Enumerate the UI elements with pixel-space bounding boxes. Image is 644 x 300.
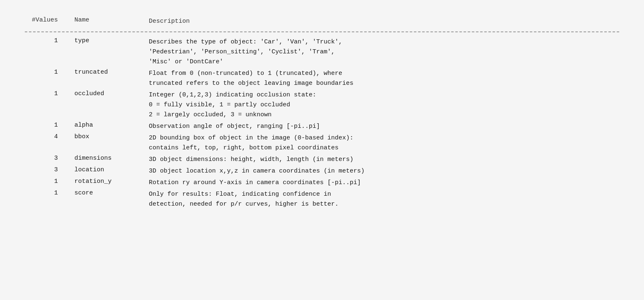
description-line: 'Pedestrian', 'Person_sitting', 'Cyclist… xyxy=(149,47,619,57)
table-row: 1truncatedFloat from 0 (non-truncated) t… xyxy=(25,69,619,89)
header-values: #Values xyxy=(25,17,74,26)
description-line: 'Misc' or 'DontCare' xyxy=(149,57,619,67)
cell-name: rotation_y xyxy=(74,178,149,185)
description-line: Integer (0,1,2,3) indicating occlusion s… xyxy=(149,90,619,100)
cell-name: location xyxy=(74,166,149,173)
cell-description: Integer (0,1,2,3) indicating occlusion s… xyxy=(149,90,619,120)
description-line: 2 = largely occluded, 3 = unknown xyxy=(149,110,619,120)
cell-name: type xyxy=(74,37,149,44)
cell-description: Only for results: Float, indicating conf… xyxy=(149,190,619,209)
cell-values: 1 xyxy=(25,69,74,76)
table-header: #Values Name Description xyxy=(25,17,619,30)
description-line: 2D bounding box of object in the image (… xyxy=(149,133,619,143)
cell-name: bbox xyxy=(74,133,149,140)
cell-description: 3D object dimensions: height, width, len… xyxy=(149,155,619,165)
header-description: Description xyxy=(149,17,619,26)
cell-values: 1 xyxy=(25,90,74,97)
description-line: Float from 0 (non-truncated) to 1 (trunc… xyxy=(149,69,619,79)
description-line: Observation angle of object, ranging [-p… xyxy=(149,122,619,132)
description-line: truncated refers to the object leaving i… xyxy=(149,79,619,89)
description-line: 3D object dimensions: height, width, len… xyxy=(149,155,619,165)
cell-name: occluded xyxy=(74,90,149,97)
table-body: 1typeDescribes the type of object: 'Car'… xyxy=(25,37,619,209)
table-row: 1alphaObservation angle of object, rangi… xyxy=(25,122,619,132)
description-line: contains left, top, right, bottom pixel … xyxy=(149,143,619,153)
cell-values: 1 xyxy=(25,122,74,129)
description-line: detection, needed for p/r curves, higher… xyxy=(149,199,619,209)
cell-description: Observation angle of object, ranging [-p… xyxy=(149,122,619,132)
description-line: Describes the type of object: 'Car', 'Va… xyxy=(149,37,619,47)
table-row: 3location3D object location x,y,z in cam… xyxy=(25,166,619,176)
cell-name: score xyxy=(74,190,149,197)
table-divider xyxy=(25,31,619,32)
cell-name: truncated xyxy=(74,69,149,76)
table-row: 1typeDescribes the type of object: 'Car'… xyxy=(25,37,619,67)
description-line: Rotation ry around Y-axis in camera coor… xyxy=(149,178,619,188)
header-name: Name xyxy=(74,17,149,26)
table-row: 1occludedInteger (0,1,2,3) indicating oc… xyxy=(25,90,619,120)
table-row: 4bbox2D bounding box of object in the im… xyxy=(25,133,619,153)
table-row: 3dimensions3D object dimensions: height,… xyxy=(25,155,619,165)
cell-values: 1 xyxy=(25,178,74,185)
cell-description: Rotation ry around Y-axis in camera coor… xyxy=(149,178,619,188)
cell-description: Describes the type of object: 'Car', 'Va… xyxy=(149,37,619,67)
cell-values: 1 xyxy=(25,190,74,197)
cell-description: 3D object location x,y,z in camera coord… xyxy=(149,166,619,176)
cell-description: Float from 0 (non-truncated) to 1 (trunc… xyxy=(149,69,619,89)
cell-values: 1 xyxy=(25,37,74,44)
description-line: Only for results: Float, indicating conf… xyxy=(149,190,619,199)
cell-values: 4 xyxy=(25,133,74,140)
table-row: 1rotation_yRotation ry around Y-axis in … xyxy=(25,178,619,188)
cell-values: 3 xyxy=(25,166,74,173)
cell-description: 2D bounding box of object in the image (… xyxy=(149,133,619,153)
cell-name: alpha xyxy=(74,122,149,129)
cell-name: dimensions xyxy=(74,155,149,162)
cell-values: 3 xyxy=(25,155,74,162)
description-line: 3D object location x,y,z in camera coord… xyxy=(149,166,619,176)
description-line: 0 = fully visible, 1 = partly occluded xyxy=(149,100,619,110)
table-row: 1scoreOnly for results: Float, indicatin… xyxy=(25,190,619,209)
data-table: #Values Name Description 1typeDescribes … xyxy=(25,17,619,211)
